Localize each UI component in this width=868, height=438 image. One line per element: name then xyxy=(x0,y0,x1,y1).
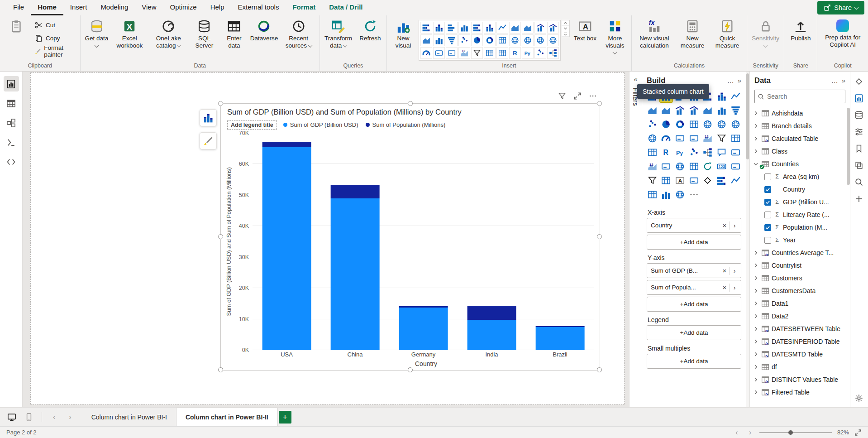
data-pane-scrollbar[interactable] xyxy=(847,108,850,185)
donut-chart-icon[interactable] xyxy=(673,118,686,130)
previous-page-icon[interactable]: ‹ xyxy=(50,413,58,421)
100-stacked-column-chart-icon[interactable] xyxy=(484,22,496,34)
excel-workbook-button[interactable]: XExcel workbook xyxy=(112,16,148,50)
quick-measure-button[interactable]: Quick measure xyxy=(710,16,745,50)
menu-tab-insert[interactable]: Insert xyxy=(63,0,94,15)
stacked-bar-chart-icon[interactable] xyxy=(420,22,432,34)
key-influencers-icon[interactable] xyxy=(534,47,546,59)
table-row-customersdata[interactable]: CustomersData xyxy=(750,284,850,297)
get-data-button[interactable]: Get data xyxy=(82,16,111,50)
line-and-clustered-column-chart-icon[interactable] xyxy=(547,22,559,34)
new-visual-button[interactable]: New visual xyxy=(389,16,418,50)
python-visual-icon[interactable]: Py xyxy=(522,47,534,59)
waterfall-chart-icon[interactable] xyxy=(433,34,445,46)
heatmap-icon[interactable] xyxy=(646,188,658,201)
table-row-data2[interactable]: Data2 xyxy=(750,310,850,322)
copy-button[interactable]: Copy xyxy=(32,32,78,44)
cut-button[interactable]: Cut xyxy=(32,19,78,31)
new-measure-button[interactable]: New measure xyxy=(676,16,709,50)
field-checkbox[interactable] xyxy=(764,224,771,231)
key-influencers-icon[interactable] xyxy=(687,146,700,159)
image-visual-icon[interactable] xyxy=(687,174,700,187)
selection-handle[interactable] xyxy=(218,101,223,106)
table-row-ashishdata[interactable]: Ashishdata xyxy=(750,107,850,120)
treemap-icon[interactable] xyxy=(496,34,508,46)
slicer-icon[interactable] xyxy=(471,47,483,59)
field-pill-country[interactable]: Country×› xyxy=(647,218,741,233)
recent-sources-button[interactable]: Recent sources xyxy=(279,16,318,50)
gallery-scroll-down-icon[interactable] xyxy=(562,26,569,31)
visual-filter-icon[interactable] xyxy=(558,92,566,100)
table-row-datesbetween-table[interactable]: fxDATESBETWEEN Table xyxy=(750,322,850,335)
legend-item[interactable]: Sum of GDP (Billion USD) xyxy=(283,121,358,128)
field-pill-sum-of-gdp-b[interactable]: Sum of GDP (B...×› xyxy=(647,263,741,278)
histogram-icon[interactable] xyxy=(660,188,672,201)
data-more-options-icon[interactable]: … xyxy=(831,77,838,84)
table-row-branch-details[interactable]: Branch details xyxy=(750,120,850,132)
menu-tab-optimize[interactable]: Optimize xyxy=(163,0,204,15)
scatter-chart-icon[interactable] xyxy=(458,34,470,46)
shape-map-icon[interactable] xyxy=(534,34,546,46)
table-row-calculated-table[interactable]: fxCalculated Table xyxy=(750,132,850,145)
selection-handle[interactable] xyxy=(597,234,602,239)
shape-visual-icon[interactable] xyxy=(701,174,714,187)
power-automate-visual-icon[interactable] xyxy=(701,160,714,173)
card-icon[interactable] xyxy=(433,47,445,59)
remove-field-icon[interactable]: × xyxy=(720,221,730,229)
decomposition-tree-icon[interactable] xyxy=(547,47,559,59)
more-visuals-button[interactable]: More visuals xyxy=(601,16,630,57)
page-tab-column-chart-in-power-bi-ii[interactable]: Column chart in Power BI-II xyxy=(176,408,278,426)
matrix-icon[interactable] xyxy=(496,47,508,59)
new-visual-calculation-button[interactable]: fxNew visual calculation xyxy=(634,16,675,50)
chevron-icon[interactable] xyxy=(753,338,759,345)
line-and-stacked-column-chart-icon[interactable] xyxy=(534,22,546,34)
legend-title-placeholder[interactable]: Add legend title xyxy=(227,120,277,130)
share-button[interactable]: Share xyxy=(817,1,864,14)
report-canvas[interactable]: Sum of GDP (Billion USD) and Sum of Popu… xyxy=(23,72,629,407)
chevron-icon[interactable] xyxy=(753,262,759,269)
chevron-icon[interactable] xyxy=(753,288,759,294)
stacked-column-chart-icon[interactable] xyxy=(433,22,445,34)
list-slicer-icon[interactable] xyxy=(660,174,672,187)
publish-button[interactable]: Publish xyxy=(786,16,815,43)
new-card-icon[interactable] xyxy=(729,160,742,173)
format-visual-button[interactable] xyxy=(200,132,217,149)
more-options-icon[interactable] xyxy=(589,92,597,100)
field-row-gdp-billion-u[interactable]: ΣGDP (Billion U... xyxy=(750,196,850,208)
area-chart-icon[interactable] xyxy=(646,104,658,116)
format-painter-button[interactable]: Format painter xyxy=(32,45,78,57)
line-and-stacked-column-chart-icon[interactable] xyxy=(673,104,686,116)
tmdl-view-icon[interactable] xyxy=(4,154,19,169)
table-row-countrylist[interactable]: Countrylist xyxy=(750,259,850,272)
table-row-countries-average-t[interactable]: fxCountries Average T... xyxy=(750,246,850,259)
build-collapse-icon[interactable]: » xyxy=(738,77,741,84)
table-row-countries[interactable]: Countries xyxy=(750,158,850,170)
paste-button[interactable] xyxy=(2,16,31,34)
clustered-bar-chart-icon[interactable] xyxy=(446,22,458,34)
line-and-clustered-column-chart-icon[interactable] xyxy=(687,104,700,116)
ribbon-chart-icon[interactable] xyxy=(701,104,714,116)
metrics-icon[interactable]: 12 xyxy=(646,160,658,173)
pie-chart-icon[interactable] xyxy=(471,34,483,46)
arcgis-map-icon[interactable] xyxy=(673,160,686,173)
field-row-area-sq-km[interactable]: ΣArea (sq km) xyxy=(750,170,850,183)
gdp-segment[interactable] xyxy=(399,308,448,350)
funnel-chart-icon[interactable] xyxy=(729,104,742,116)
chevron-icon[interactable] xyxy=(753,275,759,281)
build-pane-icon[interactable] xyxy=(854,94,864,104)
smart-narrative-icon[interactable] xyxy=(729,146,742,159)
zoom-out-icon[interactable]: ‹ xyxy=(733,428,740,437)
chevron-icon[interactable] xyxy=(753,123,759,129)
search-box[interactable] xyxy=(754,90,845,103)
field-row-year[interactable]: ΣYear xyxy=(750,234,850,246)
menu-tab-home[interactable]: Home xyxy=(31,0,63,15)
chevron-icon[interactable] xyxy=(753,161,759,167)
menu-tab-format[interactable]: Format xyxy=(286,0,322,15)
shape-map-icon[interactable] xyxy=(729,118,742,130)
radar-chart-icon[interactable] xyxy=(673,188,686,201)
build-visual-button[interactable] xyxy=(200,109,217,126)
zoom-slider[interactable] xyxy=(759,432,832,433)
page-tab-column-chart-in-power-bi-i[interactable]: Column chart in Power BI-I xyxy=(82,408,176,426)
zoom-in-icon[interactable]: › xyxy=(746,428,754,437)
waterfall-chart-icon[interactable] xyxy=(715,104,728,116)
